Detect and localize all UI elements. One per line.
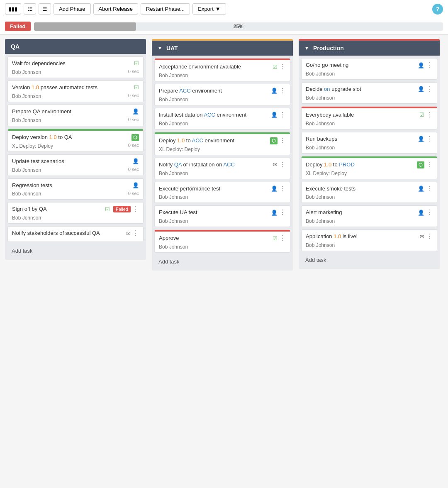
more-options-acceptance-env[interactable] [279, 63, 286, 70]
help-button[interactable]: ? [432, 4, 443, 15]
card-meta-row-deploy-qa: XL Deploy: Deploy0 sec [12, 142, 139, 149]
more-options-notify-qa-acc[interactable] [279, 161, 286, 168]
view-columns-btn[interactable]: ▮▮▮ [5, 3, 21, 15]
card-assignee-run-backups: Bob Johnson [306, 145, 335, 151]
column-toggle-production[interactable]: ▼ [304, 46, 309, 51]
add-task-production[interactable]: Add task [301, 254, 437, 266]
column-title-uat: UAT [166, 45, 178, 51]
card-assignee-exec-smoke: Bob Johnson [306, 194, 335, 200]
card-decide-upgrade: Decide on upgrade slot👤Bob Johnson [301, 82, 437, 104]
card-content-deploy-prod: Deploy 1.0 to PROD⬡XL Deploy: Deploy [302, 158, 437, 179]
progress-bar-fill [34, 22, 136, 31]
person-icon: 👤 [271, 185, 278, 192]
export-button[interactable]: Export ▼ [192, 3, 226, 15]
person-icon: 👤 [418, 86, 424, 92]
card-title-install-test-data: Install test data on ACC environment [159, 112, 268, 119]
cards-container-production: Go/no go meeting👤Bob JohnsonDecide on up… [299, 56, 440, 269]
card-assignee-prepare-acc: Bob Johnson [159, 97, 188, 102]
more-options-exec-smoke[interactable] [426, 185, 433, 192]
more-options-alert-marketing[interactable] [426, 209, 433, 216]
card-title-row-acceptance-env: Acceptance environment available☑ [159, 63, 286, 71]
card-title-row-alert-marketing: Alert marketing👤 [306, 209, 433, 216]
board: QAWait for dependencies☑Bob Johnson0 sec… [0, 35, 448, 275]
card-icons-sign-off-qa: ☑Failed [105, 206, 139, 212]
card-prepare-qa-env: Prepare QA environment👤Bob Johnson0 sec [7, 105, 144, 126]
card-meta-row-update-test-scenarios: Bob Johnson0 sec [12, 166, 139, 173]
more-options-exec-perf-test[interactable] [279, 185, 286, 192]
card-acceptance-env: Acceptance environment available☑Bob Joh… [154, 58, 290, 81]
card-content-deploy-acc: Deploy 1.0 to ACC environment⬡XL Deploy:… [155, 134, 290, 155]
card-meta-row-exec-smoke: Bob Johnson [306, 193, 433, 200]
card-content-acceptance-env: Acceptance environment available☑Bob Joh… [155, 60, 290, 81]
card-content-update-test-scenarios: Update test scenarios👤Bob Johnson0 sec [8, 155, 143, 176]
card-title-app-live: Application 1.0 is live! [306, 233, 417, 240]
card-meta-row-run-backups: Bob Johnson [306, 144, 433, 151]
more-options-approve[interactable] [279, 235, 286, 242]
card-title-row-notify-qa-acc: Notify QA of installation on ACC✉ [159, 161, 286, 168]
email-icon: ✉ [126, 230, 131, 237]
more-options-run-backups[interactable] [426, 136, 433, 142]
card-title-update-test-scenarios: Update test scenarios [12, 158, 130, 165]
more-options-go-no-go[interactable] [426, 62, 433, 68]
more-options-install-test-data[interactable] [279, 112, 286, 118]
card-assignee-wait-deps: Bob Johnson [12, 69, 41, 75]
card-assignee-acceptance-env: Bob Johnson [159, 73, 188, 78]
list-icon: ☰ [42, 6, 47, 12]
card-meta-row-everybody-avail: Bob Johnson [306, 120, 433, 127]
more-options-sign-off-qa[interactable] [132, 206, 139, 212]
card-assignee-update-test-scenarios: Bob Johnson [12, 167, 41, 173]
card-content-exec-perf-test: Execute performance test👤Bob Johnson [155, 182, 290, 203]
card-title-version-passes: Version 1.0 passes automated tests [12, 84, 131, 91]
card-content-exec-smoke: Execute smoke tests👤Bob Johnson [302, 182, 437, 203]
add-task-qa[interactable]: Add task [7, 244, 144, 257]
card-icons-acceptance-env: ☑ [273, 63, 286, 70]
card-title-row-deploy-prod: Deploy 1.0 to PROD⬡ [306, 161, 433, 168]
card-icons-decide-upgrade: 👤 [418, 86, 433, 93]
restart-phase-button[interactable]: Restart Phase... [141, 3, 190, 15]
card-time-version-passes: 0 sec [128, 93, 139, 98]
card-content-wait-deps: Wait for dependencies☑Bob Johnson0 sec [8, 57, 143, 78]
more-options-prepare-acc[interactable] [279, 88, 286, 94]
card-assignee-regression-tests: Bob Johnson [12, 191, 41, 197]
card-title-row-wait-deps: Wait for dependencies☑ [12, 60, 139, 67]
card-title-deploy-qa: Deploy version 1.0 to QA [12, 134, 129, 141]
failed-badge-sign-off-qa: Failed [113, 206, 131, 212]
card-title-wait-deps: Wait for dependencies [12, 60, 131, 67]
card-deploy-qa: Deploy version 1.0 to QA⬡XL Deploy: Depl… [7, 129, 144, 152]
card-icons-prepare-acc: 👤 [271, 88, 286, 94]
more-options-app-live[interactable] [426, 233, 433, 240]
more-options-notify-stakeholders[interactable] [132, 230, 139, 237]
deploy-icon: ⬡ [270, 137, 278, 144]
column-toggle-uat[interactable]: ▼ [158, 46, 162, 51]
card-title-row-app-live: Application 1.0 is live!✉ [306, 233, 433, 240]
card-title-row-go-no-go: Go/no go meeting👤 [306, 62, 433, 69]
view-list-btn[interactable]: ☰ [39, 3, 51, 15]
card-assignee-app-live: Bob Johnson [306, 242, 335, 248]
more-options-decide-upgrade[interactable] [426, 86, 433, 93]
status-badge: Failed [5, 22, 31, 31]
card-assignee-exec-perf-test: Bob Johnson [159, 194, 188, 200]
more-options-everybody-avail[interactable] [426, 112, 433, 118]
more-options-deploy-prod[interactable] [426, 161, 433, 168]
abort-release-button[interactable]: Abort Release [93, 3, 138, 15]
add-task-uat[interactable]: Add task [154, 255, 290, 268]
person-icon: 👤 [132, 182, 139, 188]
more-options-deploy-acc[interactable] [279, 137, 286, 144]
card-title-row-exec-ua-test: Execute UA test👤 [159, 209, 286, 216]
card-assignee-version-passes: Bob Johnson [12, 93, 41, 99]
card-title-exec-perf-test: Execute performance test [159, 185, 268, 193]
card-meta-row-exec-ua-test: Bob Johnson [159, 217, 286, 224]
card-meta-row-sign-off-qa: Bob Johnson [12, 214, 139, 221]
card-title-everybody-avail: Everybody available [306, 112, 417, 119]
email-icon: ✉ [420, 234, 424, 240]
add-phase-button[interactable]: Add Phase [54, 3, 91, 15]
card-everybody-avail: Everybody available☑Bob Johnson [301, 106, 437, 129]
card-icons-alert-marketing: 👤 [418, 209, 433, 216]
more-options-exec-ua-test[interactable] [279, 209, 286, 216]
view-table-btn[interactable]: ☷ [24, 3, 36, 15]
card-content-run-backups: Run backups👤Bob Johnson [302, 132, 437, 153]
person-icon: 👤 [132, 108, 139, 115]
card-content-app-live: Application 1.0 is live!✉Bob Johnson [302, 230, 437, 251]
card-title-regression-tests: Regression tests [12, 182, 130, 189]
card-meta-row-acceptance-env: Bob Johnson [159, 71, 286, 78]
